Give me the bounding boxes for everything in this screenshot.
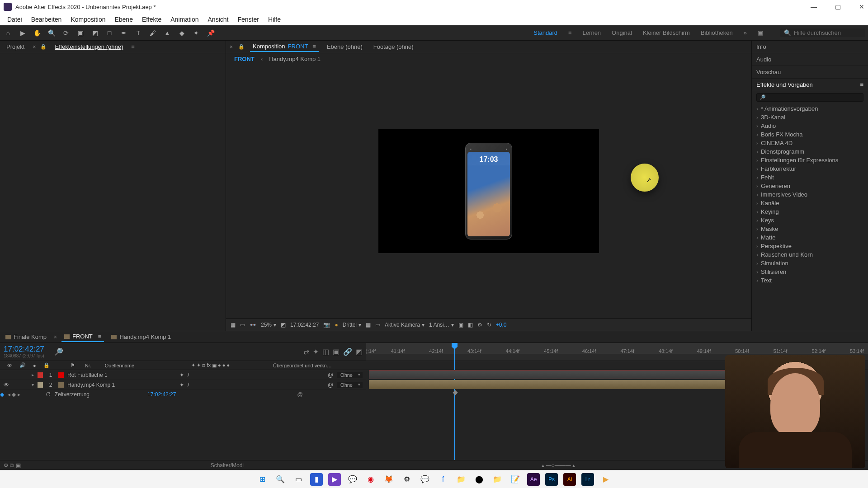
puppet-tool[interactable]: 📌 — [205, 28, 216, 38]
zoom-tool[interactable]: 🔍 — [46, 28, 57, 38]
composition-canvas[interactable]: •• 17:03 — [378, 129, 599, 253]
tab-projekt[interactable]: Projekt — [3, 42, 28, 52]
layer-name[interactable]: Rot Farbfläche 1 — [67, 372, 167, 378]
timeline-search-icon[interactable]: 🔎 — [54, 347, 63, 356]
home-tool[interactable]: ⌂ — [3, 28, 14, 38]
workspace-klein[interactable]: Kleiner Bildschirm — [643, 29, 690, 36]
share-icon[interactable]: ⚙ — [477, 322, 482, 328]
effects-category[interactable]: CINEMA 4D — [752, 139, 868, 147]
panel-menu-icon[interactable]: ≡ — [131, 43, 135, 50]
breadcrumb-comp[interactable]: Handy.mp4 Komp 1 — [269, 56, 321, 62]
taskbar-taskview[interactable]: ▭ — [292, 473, 305, 486]
time-ruler[interactable]: ):14f 41:14f42:14f43:14f44:14f45:14f46:1… — [366, 343, 868, 354]
timeline-zoom[interactable]: ▴ —○——— ▴ — [542, 462, 575, 469]
tab-ebene[interactable]: Ebene (ohne) — [324, 42, 365, 52]
effects-category[interactable]: Einstellungen für Expressions — [752, 156, 868, 164]
taskbar-ps[interactable]: Ps — [545, 473, 558, 486]
effects-category[interactable]: Dienstprogramm — [752, 147, 868, 156]
effects-category[interactable]: Generieren — [752, 182, 868, 190]
workspace-overflow-icon[interactable]: » — [744, 29, 747, 36]
canvas-wrap[interactable]: •• 17:03 — [226, 64, 751, 318]
pen-tool[interactable]: ✒ — [118, 28, 129, 38]
grid-icon[interactable]: ▦ — [231, 322, 236, 328]
taskbar-app5[interactable]: ▶ — [599, 473, 612, 486]
effects-category[interactable]: Audio — [752, 122, 868, 130]
tl-icon-2[interactable]: ✦ — [313, 347, 319, 356]
clone-tool[interactable]: ▲ — [162, 28, 173, 38]
taskbar-explorer[interactable]: ▮ — [310, 473, 323, 486]
taskbar-ae[interactable]: Ae — [527, 473, 540, 486]
shape-tool[interactable]: □ — [104, 28, 115, 38]
resolution-dropdown[interactable]: Drittel ▾ — [343, 322, 361, 328]
effects-category[interactable]: Boris FX Mocha — [752, 130, 868, 139]
workspace-frame-icon[interactable]: ▣ — [758, 29, 763, 36]
taskbar-app1[interactable]: ▶ — [328, 473, 341, 486]
property-row[interactable]: ◆ ◂ ◆ ▸ ⏱ Zeitverzerrung 17:02:42:27 @ — [0, 390, 366, 399]
prop-value[interactable]: 17:02:42:27 — [147, 391, 176, 398]
taskbar-ai[interactable]: Ai — [563, 473, 576, 486]
panel-effects-header[interactable]: Effekte und Vorgaben ≡ — [752, 79, 868, 91]
breadcrumb-front[interactable]: FRONT — [234, 56, 255, 62]
taskbar-whatsapp[interactable]: 💬 — [346, 473, 359, 486]
switches-modes-toggle[interactable]: Schalter/Modi — [211, 462, 244, 469]
layer-mode-1[interactable]: Ohne — [337, 372, 363, 378]
tab-close-icon[interactable]: × — [54, 334, 57, 340]
taskbar-firefox[interactable]: 🦊 — [382, 473, 395, 486]
tab-komposition[interactable]: Komposition FRONT ≡ — [250, 42, 319, 52]
workspace-original[interactable]: Original — [612, 29, 632, 36]
maximize-button[interactable]: ▢ — [835, 3, 841, 10]
tl-footer-icon[interactable]: ⚙ ⧉ ▣ — [4, 462, 21, 469]
playhead[interactable] — [454, 343, 455, 462]
menu-effekte[interactable]: Effekte — [137, 16, 166, 23]
effects-category[interactable]: Simulation — [752, 259, 868, 267]
tab-effect-settings[interactable]: Effekteinstellungen (ohne) — [51, 42, 127, 52]
layer-row-1[interactable]: ▸ 1 Rot Farbfläche 1 ✦/ @ Ohne — [0, 370, 366, 380]
effects-category[interactable]: Rauschen und Korn — [752, 250, 868, 259]
taskbar-facebook[interactable]: f — [437, 473, 449, 486]
effects-category[interactable]: Perspektive — [752, 242, 868, 250]
help-search-input[interactable] — [794, 29, 862, 36]
taskbar-start[interactable]: ⊞ — [256, 473, 269, 486]
effects-category[interactable]: Keying — [752, 207, 868, 216]
taskbar-search[interactable]: 🔍 — [274, 473, 287, 486]
selection-tool[interactable]: ▶ — [17, 28, 28, 38]
timeline-tab-handy[interactable]: Handy.mp4 Komp 1 — [108, 332, 174, 342]
workspace-lernen[interactable]: Lernen — [583, 29, 601, 36]
effects-category[interactable]: Kanäle — [752, 199, 868, 207]
res-icon[interactable]: ◩ — [281, 322, 286, 328]
tl-icon-6[interactable]: ◩ — [356, 347, 363, 356]
layer-name[interactable]: Handy.mp4 Komp 1 — [67, 382, 167, 388]
screen-icon[interactable]: ▭ — [240, 322, 245, 328]
pan-behind-tool[interactable]: ◩ — [90, 28, 100, 38]
tl-icon-3[interactable]: ◫ — [322, 347, 329, 356]
colormgmt-icon[interactable]: ◧ — [468, 322, 473, 328]
tl-icon-5[interactable]: 🔗 — [343, 347, 352, 356]
type-tool[interactable]: T — [133, 28, 144, 38]
transparent-icon[interactable]: ▦ — [366, 322, 371, 328]
camera-tool[interactable]: ▣ — [75, 28, 86, 38]
hand-tool[interactable]: ✋ — [32, 28, 42, 38]
menu-datei[interactable]: Datei — [3, 16, 27, 23]
effects-category[interactable]: Matte — [752, 233, 868, 242]
channel-icon[interactable]: ● — [335, 322, 338, 328]
tl-icon-4[interactable]: ▣ — [333, 347, 340, 356]
layer-row-2[interactable]: 👁 ▾ 2 Handy.mp4 Komp 1 ✦/ @ Ohne — [0, 380, 366, 390]
timeline-tab-finale[interactable]: Finale Komp — [3, 332, 49, 342]
viewer-close-icon[interactable]: × — [230, 44, 233, 50]
taskbar-app3[interactable]: ⚙ — [401, 473, 413, 486]
taskbar-messenger[interactable]: 💬 — [419, 473, 431, 486]
effects-category[interactable]: * Animationsvorgaben — [752, 104, 868, 113]
lock-icon[interactable]: 🔒 — [40, 44, 47, 50]
effects-category[interactable]: Immersives Video — [752, 190, 868, 199]
menu-animation[interactable]: Animation — [166, 16, 203, 23]
parent-pick-icon[interactable]: @ — [297, 391, 302, 398]
views-dropdown[interactable]: 1 Ansi… ▾ — [429, 322, 454, 328]
taskbar-app2[interactable]: ◉ — [364, 473, 377, 486]
camera-dropdown[interactable]: Aktive Kamera ▾ — [385, 322, 425, 328]
keyframe-icon[interactable] — [453, 390, 458, 395]
menu-ebene[interactable]: Ebene — [110, 16, 137, 23]
snapshot-icon[interactable]: 📷 — [323, 322, 330, 328]
parent-pick-icon[interactable]: @ — [328, 372, 333, 378]
panel-vorschau[interactable]: Vorschau — [752, 66, 868, 79]
brush-tool[interactable]: 🖌 — [147, 28, 158, 38]
